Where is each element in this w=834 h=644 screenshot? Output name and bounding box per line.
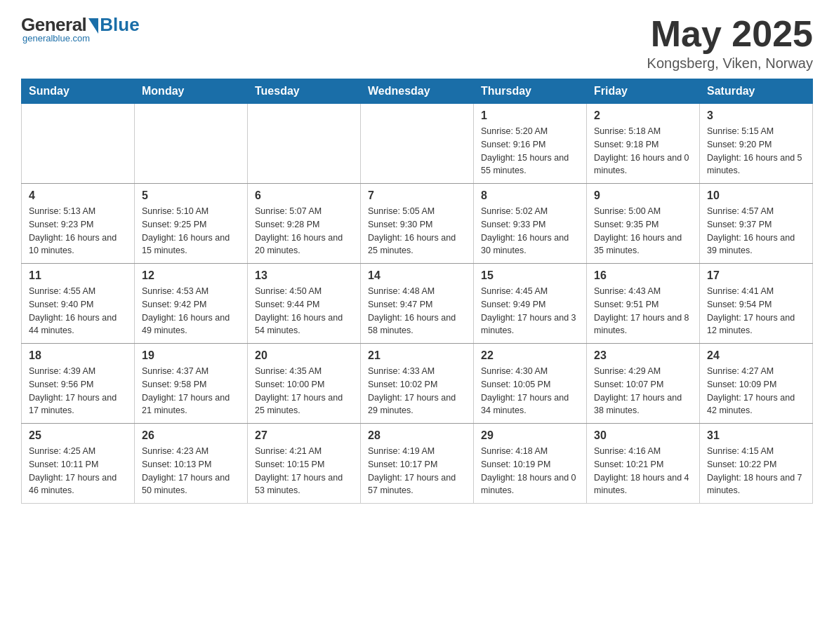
day-number: 10 (707, 189, 805, 202)
day-info: Sunrise: 4:53 AM Sunset: 9:42 PM Dayligh… (142, 285, 240, 337)
day-number: 8 (481, 189, 579, 202)
calendar-day-cell: 20Sunrise: 4:35 AM Sunset: 10:00 PM Dayl… (248, 344, 361, 424)
day-of-week-header: Sunday (22, 79, 135, 104)
day-number: 3 (707, 109, 805, 122)
day-number: 16 (594, 269, 692, 282)
day-info: Sunrise: 4:30 AM Sunset: 10:05 PM Daylig… (481, 365, 579, 417)
day-info: Sunrise: 5:15 AM Sunset: 9:20 PM Dayligh… (707, 125, 805, 177)
day-info: Sunrise: 4:25 AM Sunset: 10:11 PM Daylig… (29, 445, 127, 497)
calendar-day-cell: 1Sunrise: 5:20 AM Sunset: 9:16 PM Daylig… (474, 104, 587, 184)
day-number: 5 (142, 189, 240, 202)
day-number: 22 (481, 349, 579, 362)
day-info: Sunrise: 4:48 AM Sunset: 9:47 PM Dayligh… (368, 285, 466, 337)
day-info: Sunrise: 4:23 AM Sunset: 10:13 PM Daylig… (142, 445, 240, 497)
day-number: 13 (255, 269, 353, 282)
calendar-day-cell: 18Sunrise: 4:39 AM Sunset: 9:56 PM Dayli… (22, 344, 135, 424)
day-info: Sunrise: 4:27 AM Sunset: 10:09 PM Daylig… (707, 365, 805, 417)
calendar-day-cell: 14Sunrise: 4:48 AM Sunset: 9:47 PM Dayli… (361, 264, 474, 344)
day-number: 20 (255, 349, 353, 362)
day-of-week-header: Monday (135, 79, 248, 104)
calendar-day-cell (135, 104, 248, 184)
day-info: Sunrise: 4:19 AM Sunset: 10:17 PM Daylig… (368, 445, 466, 497)
day-info: Sunrise: 5:00 AM Sunset: 9:35 PM Dayligh… (594, 205, 692, 257)
day-of-week-header: Friday (587, 79, 700, 104)
calendar-day-cell (248, 104, 361, 184)
day-info: Sunrise: 5:13 AM Sunset: 9:23 PM Dayligh… (29, 205, 127, 257)
day-info: Sunrise: 5:02 AM Sunset: 9:33 PM Dayligh… (481, 205, 579, 257)
day-number: 7 (368, 189, 466, 202)
day-number: 29 (481, 429, 579, 442)
day-info: Sunrise: 4:18 AM Sunset: 10:19 PM Daylig… (481, 445, 579, 497)
day-info: Sunrise: 4:15 AM Sunset: 10:22 PM Daylig… (707, 445, 805, 497)
calendar-day-cell: 21Sunrise: 4:33 AM Sunset: 10:02 PM Dayl… (361, 344, 474, 424)
day-info: Sunrise: 4:55 AM Sunset: 9:40 PM Dayligh… (29, 285, 127, 337)
day-number: 19 (142, 349, 240, 362)
calendar-day-cell: 7Sunrise: 5:05 AM Sunset: 9:30 PM Daylig… (361, 184, 474, 264)
day-info: Sunrise: 5:07 AM Sunset: 9:28 PM Dayligh… (255, 205, 353, 257)
day-info: Sunrise: 4:45 AM Sunset: 9:49 PM Dayligh… (481, 285, 579, 337)
calendar-day-cell: 22Sunrise: 4:30 AM Sunset: 10:05 PM Dayl… (474, 344, 587, 424)
day-info: Sunrise: 4:33 AM Sunset: 10:02 PM Daylig… (368, 365, 466, 417)
day-number: 18 (29, 349, 127, 362)
day-info: Sunrise: 5:20 AM Sunset: 9:16 PM Dayligh… (481, 125, 579, 177)
calendar-day-cell: 6Sunrise: 5:07 AM Sunset: 9:28 PM Daylig… (248, 184, 361, 264)
calendar-day-cell: 16Sunrise: 4:43 AM Sunset: 9:51 PM Dayli… (587, 264, 700, 344)
day-number: 31 (707, 429, 805, 442)
calendar-day-cell: 8Sunrise: 5:02 AM Sunset: 9:33 PM Daylig… (474, 184, 587, 264)
calendar-day-cell: 5Sunrise: 5:10 AM Sunset: 9:25 PM Daylig… (135, 184, 248, 264)
day-of-week-header: Saturday (700, 79, 813, 104)
day-number: 28 (368, 429, 466, 442)
calendar-day-cell: 17Sunrise: 4:41 AM Sunset: 9:54 PM Dayli… (700, 264, 813, 344)
calendar-day-cell (361, 104, 474, 184)
calendar-day-cell: 30Sunrise: 4:16 AM Sunset: 10:21 PM Dayl… (587, 424, 700, 504)
day-number: 6 (255, 189, 353, 202)
day-number: 9 (594, 189, 692, 202)
day-info: Sunrise: 4:50 AM Sunset: 9:44 PM Dayligh… (255, 285, 353, 337)
calendar-week-row: 4Sunrise: 5:13 AM Sunset: 9:23 PM Daylig… (22, 184, 813, 264)
day-info: Sunrise: 5:18 AM Sunset: 9:18 PM Dayligh… (594, 125, 692, 177)
calendar-day-cell (22, 104, 135, 184)
day-number: 27 (255, 429, 353, 442)
calendar-table: SundayMondayTuesdayWednesdayThursdayFrid… (21, 79, 813, 504)
calendar-day-cell: 25Sunrise: 4:25 AM Sunset: 10:11 PM Dayl… (22, 424, 135, 504)
calendar-day-cell: 11Sunrise: 4:55 AM Sunset: 9:40 PM Dayli… (22, 264, 135, 344)
day-number: 2 (594, 109, 692, 122)
logo-triangle-icon (88, 18, 98, 34)
calendar-day-cell: 10Sunrise: 4:57 AM Sunset: 9:37 PM Dayli… (700, 184, 813, 264)
day-info: Sunrise: 4:35 AM Sunset: 10:00 PM Daylig… (255, 365, 353, 417)
day-number: 30 (594, 429, 692, 442)
calendar-day-cell: 9Sunrise: 5:00 AM Sunset: 9:35 PM Daylig… (587, 184, 700, 264)
calendar-day-cell: 3Sunrise: 5:15 AM Sunset: 9:20 PM Daylig… (700, 104, 813, 184)
calendar-day-cell: 26Sunrise: 4:23 AM Sunset: 10:13 PM Dayl… (135, 424, 248, 504)
calendar-day-cell: 23Sunrise: 4:29 AM Sunset: 10:07 PM Dayl… (587, 344, 700, 424)
day-number: 14 (368, 269, 466, 282)
day-number: 1 (481, 109, 579, 122)
day-number: 26 (142, 429, 240, 442)
day-info: Sunrise: 4:41 AM Sunset: 9:54 PM Dayligh… (707, 285, 805, 337)
calendar-day-cell: 31Sunrise: 4:15 AM Sunset: 10:22 PM Dayl… (700, 424, 813, 504)
day-number: 21 (368, 349, 466, 362)
day-of-week-header: Tuesday (248, 79, 361, 104)
day-info: Sunrise: 5:05 AM Sunset: 9:30 PM Dayligh… (368, 205, 466, 257)
logo-blue-text: Blue (100, 14, 139, 36)
location-text: Kongsberg, Viken, Norway (647, 55, 813, 72)
day-number: 11 (29, 269, 127, 282)
calendar-day-cell: 29Sunrise: 4:18 AM Sunset: 10:19 PM Dayl… (474, 424, 587, 504)
day-of-week-header: Thursday (474, 79, 587, 104)
day-number: 17 (707, 269, 805, 282)
calendar-day-cell: 2Sunrise: 5:18 AM Sunset: 9:18 PM Daylig… (587, 104, 700, 184)
title-section: May 2025 Kongsberg, Viken, Norway (647, 14, 813, 72)
logo: General Blue generalblue.com (21, 14, 140, 43)
month-year-title: May 2025 (647, 14, 813, 54)
calendar-day-cell: 27Sunrise: 4:21 AM Sunset: 10:15 PM Dayl… (248, 424, 361, 504)
day-info: Sunrise: 4:16 AM Sunset: 10:21 PM Daylig… (594, 445, 692, 497)
calendar-day-cell: 15Sunrise: 4:45 AM Sunset: 9:49 PM Dayli… (474, 264, 587, 344)
calendar-day-cell: 24Sunrise: 4:27 AM Sunset: 10:09 PM Dayl… (700, 344, 813, 424)
calendar-header-row: SundayMondayTuesdayWednesdayThursdayFrid… (22, 79, 813, 104)
day-number: 24 (707, 349, 805, 362)
day-number: 4 (29, 189, 127, 202)
day-of-week-header: Wednesday (361, 79, 474, 104)
day-info: Sunrise: 4:39 AM Sunset: 9:56 PM Dayligh… (29, 365, 127, 417)
day-number: 23 (594, 349, 692, 362)
calendar-day-cell: 4Sunrise: 5:13 AM Sunset: 9:23 PM Daylig… (22, 184, 135, 264)
